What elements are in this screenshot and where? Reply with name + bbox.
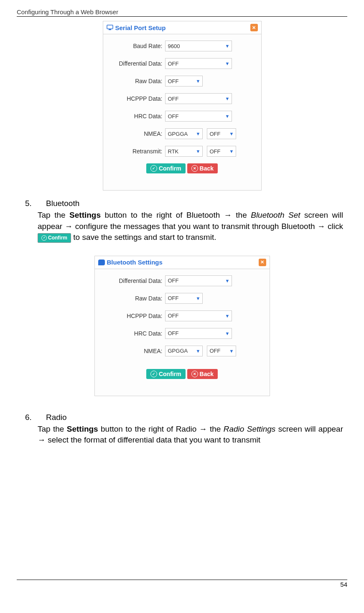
confirm-button[interactable]: ✓Confirm <box>146 369 186 379</box>
nmea-state-select[interactable]: OFF▼ <box>207 346 236 356</box>
raw-data-select[interactable]: OFF▼ <box>165 293 203 304</box>
retransmit-state-select[interactable]: OFF▼ <box>207 146 236 157</box>
dialog-title-bar: Serial Port Setup ✕ <box>103 21 261 34</box>
chevron-down-icon: ▼ <box>229 149 234 154</box>
retransmit-type-select[interactable]: RTK▼ <box>165 146 203 157</box>
chevron-down-icon: ▼ <box>196 131 201 136</box>
confirm-button[interactable]: ✓Confirm <box>146 163 186 173</box>
check-icon: ✓ <box>150 165 157 172</box>
nmea-type-select[interactable]: GPGGA▼ <box>165 346 203 356</box>
hcppp-data-select[interactable]: OFF▼ <box>165 310 232 321</box>
x-icon: ✕ <box>191 165 198 172</box>
raw-data-label: Raw Data: <box>108 78 165 84</box>
chevron-down-icon: ▼ <box>229 131 234 136</box>
retransmit-label: Retransmit: <box>108 148 165 155</box>
differential-data-label: Differential Data: <box>100 277 165 284</box>
confirm-inline-button: ✓Confirm <box>38 233 71 243</box>
hcppp-data-label: HCPPP Data: <box>100 313 165 319</box>
chevron-down-icon: ▼ <box>225 313 230 318</box>
hrc-data-select[interactable]: OFF▼ <box>165 328 232 339</box>
baud-rate-select[interactable]: 9600▼ <box>165 41 232 51</box>
hrc-data-label: HRC Data: <box>108 113 165 120</box>
chevron-down-icon: ▼ <box>225 331 230 336</box>
chevron-down-icon: ▼ <box>225 96 230 101</box>
nmea-label: NMEA: <box>100 348 165 354</box>
hrc-data-select[interactable]: OFF▼ <box>165 111 232 122</box>
check-icon: ✓ <box>41 235 47 241</box>
chevron-down-icon: ▼ <box>225 114 230 119</box>
close-icon[interactable]: ✕ <box>259 259 266 266</box>
close-icon[interactable]: ✕ <box>250 24 258 31</box>
svg-rect-1 <box>109 29 111 30</box>
raw-data-select[interactable]: OFF▼ <box>165 76 203 86</box>
chevron-down-icon: ▼ <box>225 278 230 283</box>
baud-rate-label: Baud Rate: <box>108 43 165 49</box>
hrc-data-label: HRC Data: <box>100 330 165 337</box>
dialog-title-text: Serial Port Setup <box>115 24 166 31</box>
dialog-title-text: Bluetooth Settings <box>107 259 163 266</box>
chevron-down-icon: ▼ <box>196 79 201 84</box>
page-header: Configuring Through a Web Browser <box>17 8 347 17</box>
nmea-type-select[interactable]: GPGGA▼ <box>165 128 203 139</box>
chevron-down-icon: ▼ <box>225 43 230 48</box>
differential-data-select[interactable]: OFF▼ <box>165 58 232 69</box>
back-button[interactable]: ✕Back <box>187 369 218 379</box>
chevron-down-icon: ▼ <box>229 348 234 354</box>
page-number: 54 <box>17 580 347 588</box>
chevron-down-icon: ▼ <box>196 296 201 301</box>
differential-data-select[interactable]: OFF▼ <box>165 275 232 286</box>
monitor-icon <box>107 25 113 31</box>
nmea-label: NMEA: <box>108 130 165 137</box>
section-5-paragraph: Tap the Settings button to the right of … <box>38 210 343 243</box>
hcppp-data-select[interactable]: OFF▼ <box>165 93 232 104</box>
x-icon: ✕ <box>191 371 198 377</box>
bluetooth-icon <box>98 259 105 265</box>
svg-rect-0 <box>107 25 113 29</box>
dialog-title-bar: Bluetooth Settings ✕ <box>95 256 270 269</box>
section-6-heading: 6. Radio <box>17 413 347 422</box>
serial-port-dialog: Serial Port Setup ✕ Baud Rate: 9600▼ Dif… <box>103 21 262 191</box>
nmea-state-select[interactable]: OFF▼ <box>207 128 236 139</box>
raw-data-label: Raw Data: <box>100 295 165 302</box>
chevron-down-icon: ▼ <box>196 348 201 354</box>
differential-data-label: Differential Data: <box>108 60 165 67</box>
check-icon: ✓ <box>150 371 157 377</box>
back-button[interactable]: ✕Back <box>187 163 218 173</box>
section-6-paragraph: Tap the Settings button to the right of … <box>38 424 343 446</box>
bluetooth-settings-dialog: Bluetooth Settings ✕ Differential Data: … <box>94 256 270 396</box>
chevron-down-icon: ▼ <box>196 149 201 154</box>
hcppp-data-label: HCPPP Data: <box>108 95 165 102</box>
chevron-down-icon: ▼ <box>225 61 230 66</box>
section-5-heading: 5. Bluetooth <box>17 199 347 208</box>
